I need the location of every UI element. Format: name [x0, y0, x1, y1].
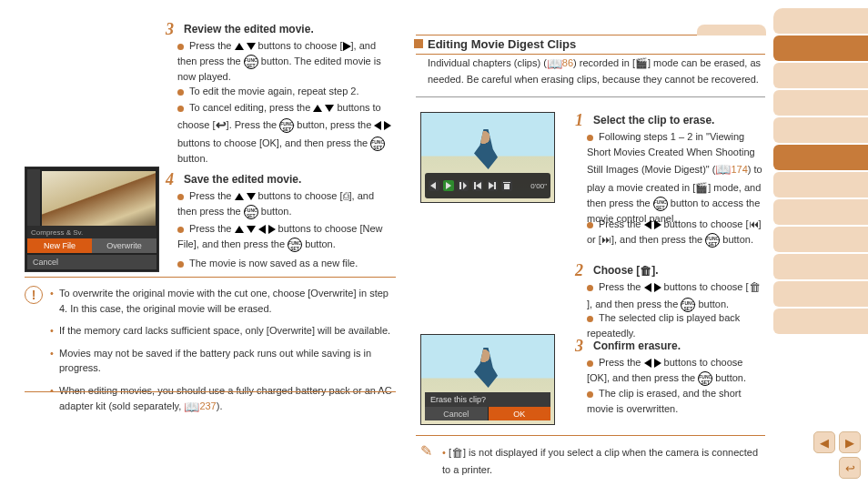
- left-icon: [644, 283, 651, 292]
- step-body: Press the buttons to choose [OK], and th…: [587, 355, 764, 386]
- caution-item: To overwrite the original movie with the…: [50, 286, 396, 316]
- step-body: Press the buttons to choose [New File], …: [177, 221, 396, 252]
- book-icon: 📖: [715, 160, 731, 180]
- caution-icon: !: [25, 286, 43, 304]
- step-number-4: 4: [166, 170, 174, 189]
- page-ref-link[interactable]: 237: [199, 400, 216, 411]
- tab[interactable]: [773, 227, 868, 252]
- func-set-icon: FUNC. SET: [705, 233, 720, 248]
- overwrite-button: Overwrite: [92, 238, 156, 253]
- tab[interactable]: [773, 281, 868, 307]
- tab[interactable]: [773, 172, 868, 197]
- step-title: Choose [🗑].: [593, 264, 659, 278]
- up-icon: [235, 226, 244, 233]
- camera-screenshot-playback: 0'00": [420, 112, 555, 203]
- tab[interactable]: [773, 309, 868, 334]
- step-number-3: 3: [575, 337, 583, 356]
- step-number-3: 3: [166, 20, 174, 39]
- func-set-icon: FUNC. SET: [370, 137, 385, 151]
- step-title: Select the clip to erase.: [593, 114, 714, 127]
- separator: [416, 96, 765, 97]
- tab[interactable]: [773, 90, 868, 116]
- back-icon: [429, 180, 439, 191]
- return-button[interactable]: ↩: [839, 457, 861, 479]
- save-icon: ⎙: [343, 190, 349, 201]
- prev-page-button[interactable]: ◀: [813, 431, 835, 453]
- func-set-icon: FUNC. SET: [244, 205, 258, 219]
- right-icon: [384, 121, 391, 130]
- next-page-button[interactable]: ▶: [839, 431, 861, 453]
- page-ref-link[interactable]: 86: [562, 57, 573, 68]
- step-body: Press the buttons to choose [🗑], and the…: [587, 278, 764, 312]
- up-icon: [235, 43, 244, 50]
- func-set-icon: FUNC. SET: [653, 197, 668, 211]
- caution-item: Movies may not be saved if the battery p…: [50, 346, 396, 376]
- ok-button: OK: [488, 407, 551, 420]
- prev-clip-icon: ⏮: [749, 218, 759, 229]
- tab[interactable]: [773, 199, 868, 225]
- cancel-button: Cancel: [27, 255, 156, 269]
- func-set-icon: FUNC. SET: [288, 238, 302, 252]
- prev-clip-icon: [472, 180, 483, 191]
- right-icon: [654, 283, 661, 292]
- erase-clip-icon: 🗑: [451, 444, 463, 462]
- camera-screenshot-erase-confirm: Erase this clip? Cancel OK: [420, 334, 555, 425]
- tab[interactable]: [773, 8, 868, 34]
- playback-time: 0'00": [530, 182, 547, 190]
- separator: [416, 435, 765, 436]
- book-icon: 📖: [184, 398, 199, 417]
- play-icon: [343, 42, 351, 51]
- step-body: Following steps 1 – 2 in "Viewing Short …: [587, 129, 764, 227]
- tab-active[interactable]: [773, 145, 868, 170]
- note-body: [🗑] is not displayed if you select a cli…: [442, 444, 761, 477]
- play-icon: [443, 180, 454, 191]
- right-icon: [268, 225, 276, 234]
- caution-item: When editing movies, you should use a fu…: [50, 383, 396, 418]
- step-body: Press the buttons to choose [⏮] or [⏭], …: [587, 217, 764, 248]
- func-set-icon: FUNC. SET: [244, 55, 258, 69]
- step-body: The clip is erased, and the short movie …: [587, 386, 764, 417]
- separator: [25, 277, 396, 278]
- step-body: The movie is now saved as a new file.: [177, 256, 396, 271]
- right-icon: [654, 359, 661, 368]
- section-subtitle: Individual chapters (clips) (📖86) record…: [428, 55, 764, 87]
- down-icon: [325, 105, 334, 112]
- down-icon: [247, 226, 256, 233]
- camera-screenshot-save: Compress & Sv. New File Overwrite Cancel: [25, 167, 159, 272]
- step-title: Confirm erasure.: [593, 339, 681, 352]
- erase-dialog-text: Erase this clip?: [425, 392, 550, 407]
- left-icon: [644, 220, 651, 229]
- step-body: The selected clip is played back repeate…: [587, 310, 764, 341]
- compress-save-label: Compress & Sv.: [27, 226, 156, 238]
- step-title: Review the edited movie.: [184, 23, 314, 35]
- page-ref-link[interactable]: 174: [731, 164, 747, 175]
- left-icon: [374, 121, 381, 130]
- up-icon: [235, 193, 244, 200]
- erase-clip-icon: 🗑: [640, 264, 651, 278]
- step-number-1: 1: [575, 111, 583, 130]
- caution-list: To overwrite the original movie with the…: [50, 286, 396, 424]
- back-icon: ↩: [216, 116, 227, 136]
- cancel-button: Cancel: [425, 407, 488, 420]
- step-body: Press the buttons to choose [], and then…: [177, 38, 396, 85]
- down-icon: [247, 193, 256, 200]
- erase-clip-icon: [501, 180, 512, 191]
- tab[interactable]: [773, 117, 868, 143]
- tab[interactable]: [773, 254, 868, 279]
- step-body: To cancel editing, press the buttons to …: [177, 100, 396, 167]
- tab[interactable]: [773, 35, 868, 61]
- erase-clip-icon: 🗑: [749, 278, 761, 297]
- func-set-icon: FUNC. SET: [279, 118, 294, 133]
- left-icon: [644, 359, 651, 368]
- pencil-icon: ✎: [420, 442, 432, 460]
- book-icon: 📖: [547, 55, 562, 73]
- new-file-button: New File: [27, 238, 92, 253]
- step-body: To edit the movie again, repeat step 2.: [177, 84, 396, 99]
- section-title: Editing Movie Digest Clips: [428, 37, 576, 51]
- slow-icon: [458, 180, 469, 191]
- next-clip-icon: ⏭: [601, 234, 611, 245]
- tab[interactable]: [773, 63, 868, 88]
- caution-item: If the memory card lacks sufficient spac…: [50, 323, 396, 339]
- chapter-tabs: [773, 8, 868, 336]
- step-body: Press the buttons to choose [⎙], and the…: [177, 188, 396, 219]
